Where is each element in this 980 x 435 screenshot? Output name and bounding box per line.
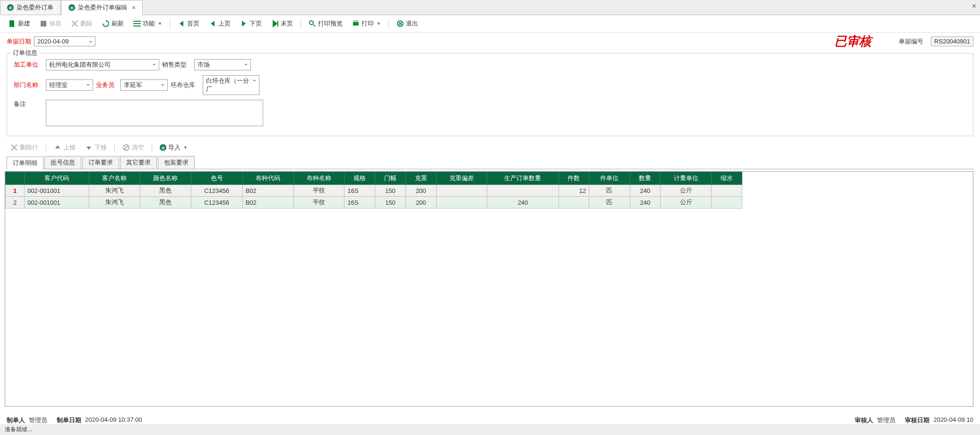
func-button[interactable]: 功能▼: [129, 18, 166, 29]
delete-icon: [10, 144, 18, 151]
detail-tabs: 订单明细 批号信息 订单要求 其它要求 包装要求: [7, 156, 973, 169]
delete-row-button[interactable]: 删除行: [7, 142, 42, 153]
sale-type-label: 销售类型: [162, 61, 189, 69]
chevron-down-icon: ▼: [158, 21, 162, 26]
prev-icon: [209, 20, 216, 27]
separator: [170, 19, 170, 28]
separator: [301, 19, 301, 28]
search-icon: [309, 20, 316, 27]
close-icon[interactable]: ×: [132, 4, 136, 11]
refresh-icon: [102, 20, 110, 27]
next-page-button[interactable]: 下页: [236, 18, 266, 29]
save-icon: [40, 20, 47, 27]
tab-order-edit[interactable]: ⊕ 染色委外订单编辑 ×: [61, 0, 143, 15]
order-info-fieldset: 订单信息 加工单位 杭州电化集团有限公司 销售类型 市场 部门名称 经理室 业务…: [7, 53, 973, 136]
approved-stamp: 已审核: [834, 33, 871, 50]
svg-rect-4: [133, 26, 141, 26]
svg-rect-3: [133, 23, 141, 24]
sale-type-select[interactable]: 市场: [194, 59, 251, 70]
print-button[interactable]: 打印▼: [348, 18, 385, 29]
svg-rect-1: [41, 21, 46, 26]
up-icon: [54, 144, 61, 151]
tab-label: 染色委外订单编辑: [78, 3, 127, 12]
svg-rect-7: [353, 22, 359, 26]
window-close-icon[interactable]: ×: [972, 2, 976, 10]
first-icon: [178, 20, 185, 27]
save-button[interactable]: 保存: [36, 18, 65, 29]
globe-icon: ⊕: [160, 144, 166, 151]
globe-icon: ⊕: [7, 4, 14, 11]
salesperson-label: 业务员: [96, 81, 115, 89]
first-page-button[interactable]: 首页: [174, 18, 203, 29]
chevron-down-icon: ▼: [183, 145, 188, 150]
separator: [46, 143, 46, 152]
svg-rect-8: [354, 21, 358, 22]
import-button[interactable]: ⊕导入▼: [156, 142, 191, 153]
clear-button[interactable]: 清空: [119, 142, 148, 153]
tab-order-list[interactable]: ⊕ 染色委外订单: [0, 0, 60, 15]
dept-select[interactable]: 经理室: [46, 79, 93, 91]
refresh-button[interactable]: 刷新: [98, 18, 128, 29]
tab-label: 染色委外订单: [17, 3, 53, 12]
fieldset-legend: 订单信息: [11, 49, 39, 57]
prev-page-button[interactable]: 上页: [205, 18, 234, 29]
separator: [114, 143, 115, 152]
remark-label: 备注: [14, 100, 40, 108]
tab-pack[interactable]: 包装要求: [158, 156, 195, 169]
last-icon: [271, 20, 279, 27]
clear-icon: [122, 144, 130, 151]
svg-line-11: [124, 146, 128, 149]
print-preview-button[interactable]: 打印预览: [305, 18, 346, 29]
warehouse-label: 坯布仓库: [171, 81, 197, 89]
document-header: 单据日期 2020-04-09 已审核 单据编号 RS20040901: [0, 33, 980, 50]
last-page-button[interactable]: 末页: [267, 18, 297, 29]
docno-value: RS20040901: [931, 36, 973, 46]
svg-rect-0: [9, 20, 14, 27]
svg-point-5: [309, 21, 313, 25]
tab-other[interactable]: 其它要求: [120, 156, 157, 169]
proc-unit-select[interactable]: 杭州电化集团有限公司: [46, 59, 159, 70]
move-up-button[interactable]: 上移: [50, 142, 79, 153]
exit-button[interactable]: 退出: [393, 18, 422, 29]
exit-icon: [396, 20, 404, 27]
remark-textarea[interactable]: [46, 100, 263, 126]
tab-req[interactable]: 订单要求: [82, 156, 119, 169]
new-button[interactable]: 新建: [5, 18, 34, 29]
docno-label: 单据编号: [899, 37, 923, 46]
list-icon: [133, 20, 141, 27]
printer-icon: [352, 20, 360, 27]
salesperson-select[interactable]: 李延军: [120, 79, 168, 91]
date-picker[interactable]: 2020-04-09: [34, 36, 95, 46]
file-new-icon: [9, 20, 16, 27]
move-down-button[interactable]: 下移: [81, 142, 111, 153]
svg-rect-2: [133, 21, 141, 22]
tab-batch[interactable]: 批号信息: [44, 156, 81, 169]
tab-detail[interactable]: 订单明细: [7, 157, 43, 169]
delete-icon: [71, 20, 78, 27]
main-toolbar: 新建 保存 删除 刷新 功能▼ 首页 上页 下页 末页 打印预览 打印▼ 退出: [0, 15, 980, 33]
dept-label: 部门名称: [14, 81, 40, 89]
globe-icon: ⊕: [69, 4, 75, 11]
document-tab-bar: ⊕ 染色委外订单 ⊕ 染色委外订单编辑 × ×: [0, 0, 980, 15]
delete-button[interactable]: 删除: [67, 18, 96, 29]
warehouse-select[interactable]: 白坯仓库（一分厂: [203, 75, 259, 95]
separator: [388, 19, 389, 28]
date-label: 单据日期: [7, 37, 31, 46]
proc-unit-label: 加工单位: [14, 61, 40, 69]
svg-line-6: [313, 25, 315, 26]
next-icon: [240, 20, 248, 27]
chevron-down-icon: ▼: [377, 21, 381, 26]
grid-toolbar: 删除行 上移 下移 清空 ⊕导入▼: [0, 139, 980, 156]
down-icon: [85, 144, 93, 151]
separator: [152, 143, 152, 152]
